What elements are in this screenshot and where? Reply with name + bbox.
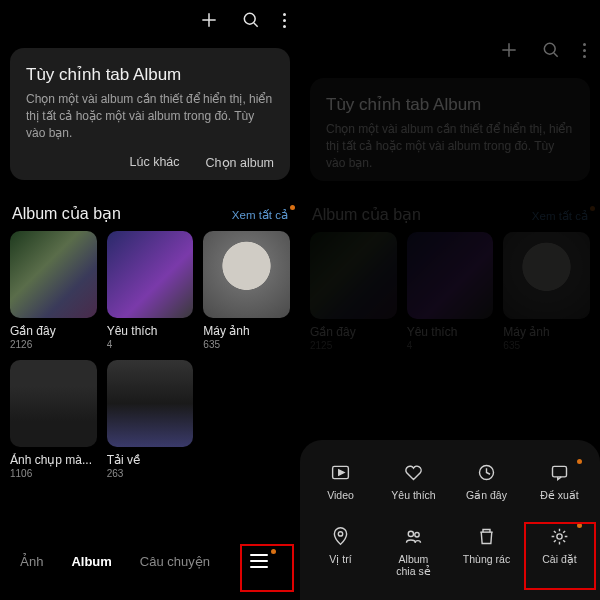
sheet-label: Video bbox=[327, 489, 354, 502]
bottom-sheet: Video Yêu thích Gần đây Đề xuất Vị trí A… bbox=[300, 440, 600, 600]
album-count: 263 bbox=[107, 468, 194, 479]
tab-album[interactable]: Album bbox=[71, 554, 111, 569]
svg-marker-9 bbox=[339, 470, 344, 475]
album-item[interactable]: Yêu thích 4 bbox=[107, 231, 194, 350]
section-title: Album của bạn bbox=[12, 204, 121, 223]
sheet-label: Vị trí bbox=[329, 553, 351, 566]
svg-point-13 bbox=[408, 531, 413, 536]
pin-icon bbox=[330, 526, 351, 547]
sheet-label: Gần đây bbox=[466, 489, 507, 502]
sheet-recent[interactable]: Gần đây bbox=[450, 462, 523, 502]
album-item[interactable]: Gần đây 2126 bbox=[10, 231, 97, 350]
svg-point-14 bbox=[415, 532, 419, 536]
album-name: Gần đây bbox=[10, 324, 97, 338]
clock-icon bbox=[476, 462, 497, 483]
album-name: Yêu thích bbox=[107, 324, 194, 338]
gear-icon bbox=[549, 526, 570, 547]
tip-text: Chọn một vài album cần thiết để hiển thị… bbox=[26, 91, 274, 141]
sheet-shared[interactable]: Album chia sẻ bbox=[377, 526, 450, 578]
screen-left: Tùy chỉnh tab Album Chọn một vài album c… bbox=[0, 0, 300, 600]
sheet-suggest[interactable]: Đề xuất bbox=[523, 462, 596, 502]
more-icon[interactable] bbox=[283, 10, 286, 30]
svg-line-3 bbox=[254, 23, 258, 27]
heart-icon bbox=[403, 462, 424, 483]
album-thumb bbox=[203, 231, 290, 318]
album-item[interactable]: Máy ảnh 635 bbox=[203, 231, 290, 350]
album-name: Máy ảnh bbox=[203, 324, 290, 338]
sheet-label: Thùng rác bbox=[463, 553, 510, 566]
svg-point-15 bbox=[557, 534, 562, 539]
album-thumb bbox=[107, 231, 194, 318]
see-all-link[interactable]: Xem tất cả bbox=[232, 208, 288, 222]
svg-rect-11 bbox=[553, 467, 567, 478]
sheet-label: Đề xuất bbox=[540, 489, 579, 502]
trash-icon bbox=[476, 526, 497, 547]
tab-photos[interactable]: Ảnh bbox=[20, 554, 43, 569]
add-icon[interactable] bbox=[199, 10, 219, 34]
sheet-trash[interactable]: Thùng rác bbox=[450, 526, 523, 578]
album-thumb bbox=[10, 231, 97, 318]
people-icon bbox=[403, 526, 424, 547]
sheet-label: Yêu thích bbox=[391, 489, 435, 502]
tip-later-button[interactable]: Lúc khác bbox=[130, 155, 180, 170]
album-count: 2126 bbox=[10, 339, 97, 350]
sheet-location[interactable]: Vị trí bbox=[304, 526, 377, 578]
tip-card: Tùy chỉnh tab Album Chọn một vài album c… bbox=[10, 48, 290, 180]
album-count: 635 bbox=[203, 339, 290, 350]
tip-title: Tùy chỉnh tab Album bbox=[26, 64, 274, 85]
album-name: Ảnh chụp mà... bbox=[10, 453, 97, 467]
sheet-favorite[interactable]: Yêu thích bbox=[377, 462, 450, 502]
bottom-nav: Ảnh Album Câu chuyện bbox=[0, 534, 300, 588]
tip-choose-button[interactable]: Chọn album bbox=[206, 155, 274, 170]
svg-point-2 bbox=[244, 13, 255, 24]
sheet-label: Album chia sẻ bbox=[396, 553, 430, 578]
album-thumb bbox=[10, 360, 97, 447]
play-icon bbox=[330, 462, 351, 483]
chat-icon bbox=[549, 462, 570, 483]
sheet-video[interactable]: Video bbox=[304, 462, 377, 502]
tab-stories[interactable]: Câu chuyện bbox=[140, 554, 210, 569]
album-count: 1106 bbox=[10, 468, 97, 479]
album-item[interactable]: Tải về 263 bbox=[107, 360, 194, 479]
album-grid: Gần đây 2126 Yêu thích 4 Máy ảnh 635 Ảnh… bbox=[0, 231, 300, 478]
sheet-settings[interactable]: Cài đặt bbox=[523, 526, 596, 578]
top-action-bar bbox=[0, 0, 300, 40]
sheet-label: Cài đặt bbox=[542, 553, 576, 566]
screen-right: Tùy chỉnh tab Album Chọn một vài album c… bbox=[300, 0, 600, 600]
album-name: Tải về bbox=[107, 453, 194, 467]
section-header: Album của bạn Xem tất cả bbox=[0, 188, 300, 231]
search-icon[interactable] bbox=[241, 10, 261, 34]
album-thumb bbox=[107, 360, 194, 447]
svg-point-12 bbox=[338, 532, 342, 536]
album-count: 4 bbox=[107, 339, 194, 350]
album-item[interactable]: Ảnh chụp mà... 1106 bbox=[10, 360, 97, 479]
menu-icon[interactable] bbox=[238, 542, 280, 580]
